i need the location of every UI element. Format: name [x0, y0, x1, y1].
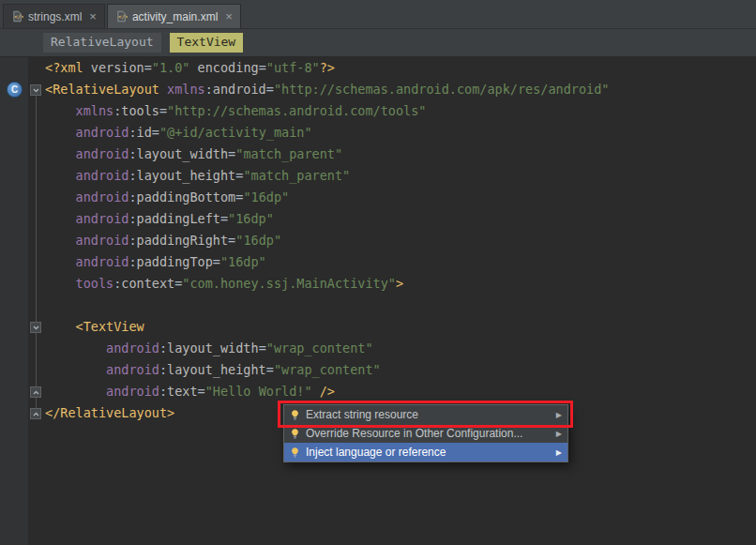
code-token — [45, 384, 106, 399]
code-token: context — [121, 276, 174, 291]
code-token: "16dp" — [220, 254, 266, 269]
tab-label: activity_main.xml — [132, 10, 218, 23]
code-token: </RelativeLayout> — [45, 405, 174, 420]
code-token: <?xml — [45, 60, 91, 75]
code-token: android — [76, 125, 129, 140]
code-token: : — [205, 82, 213, 97]
code-token: "Hello World!" — [205, 384, 312, 399]
fold-end-icon[interactable] — [30, 408, 41, 419]
code-token: encoding — [198, 60, 259, 75]
intention-bulb-icon — [289, 409, 301, 421]
svg-text:</>: </> — [118, 13, 128, 20]
code-token: android — [76, 146, 129, 161]
code-token — [45, 103, 76, 118]
code-token: android — [213, 82, 266, 97]
code-token: = — [220, 211, 228, 226]
code-line-16[interactable]: android:text="Hello World!" /> — [0, 381, 756, 402]
code-line-12[interactable] — [0, 295, 756, 316]
intention-item-override-resource-in-other-configuration[interactable]: Override Resource in Other Configuration… — [284, 424, 567, 443]
breadcrumb-bar: RelativeLayoutTextView — [0, 29, 756, 57]
intention-actions-popup: Extract string resource▶Override Resourc… — [283, 404, 568, 462]
code-token: : — [129, 211, 136, 226]
code-token: : — [129, 125, 136, 140]
code-line-3[interactable]: xmlns:tools="http://schemas.android.com/… — [0, 100, 756, 122]
code-area: <?xml version="1.0" encoding="utf-8"?>C<… — [0, 57, 756, 424]
code-token: "1.0" — [152, 60, 190, 75]
code-line-8[interactable]: android:paddingLeft="16dp" — [0, 208, 756, 230]
class-gutter-icon: C — [7, 82, 23, 98]
code-token: = — [266, 362, 274, 377]
code-token — [45, 233, 76, 248]
code-token: tools — [76, 276, 114, 291]
intention-item-extract-string-resource[interactable]: Extract string resource▶ — [284, 405, 567, 424]
intention-item-inject-language-or-reference[interactable]: Inject language or reference▶ — [284, 443, 567, 462]
code-line-10[interactable]: android:paddingTop="16dp" — [0, 251, 756, 273]
code-line-1[interactable]: <?xml version="1.0" encoding="utf-8"?> — [0, 57, 756, 79]
code-token: "match_parent" — [243, 168, 350, 183]
code-line-7[interactable]: android:paddingBottom="16dp" — [0, 187, 756, 208]
code-token: android — [106, 341, 159, 356]
fold-start-icon[interactable] — [30, 84, 41, 96]
code-token: "wrap_content" — [274, 362, 381, 377]
code-token: "com.honey.ssj.MainActivity" — [182, 276, 396, 291]
code-token: : — [129, 146, 136, 161]
code-token — [45, 189, 76, 204]
code-line-9[interactable]: android:paddingRight="16dp" — [0, 230, 756, 251]
code-token — [45, 362, 106, 377]
submenu-arrow-icon: ▶ — [556, 411, 562, 419]
tab-label: strings.xml — [28, 10, 82, 23]
tab-close-icon[interactable]: × — [225, 10, 233, 23]
code-token: text — [167, 384, 198, 399]
android-studio-editor-window: </>strings.xml×</>activity_main.xml× Rel… — [0, 0, 756, 545]
code-token: xmlns — [76, 103, 114, 118]
code-line-4[interactable]: android:id="@+id/activity_main" — [0, 122, 756, 144]
code-line-5[interactable]: android:layout_width="match_parent" — [0, 144, 756, 165]
code-token: <RelativeLayout — [45, 82, 167, 97]
code-line-6[interactable]: android:layout_height="match_parent" — [0, 165, 756, 187]
code-token: "match_parent" — [235, 146, 342, 161]
code-token: = — [198, 384, 205, 399]
code-token: android — [76, 211, 129, 226]
code-token: = — [259, 341, 266, 356]
code-token: "wrap_content" — [266, 341, 373, 356]
code-token: version — [91, 60, 144, 75]
code-token: > — [396, 276, 403, 291]
breadcrumb-textview[interactable]: TextView — [170, 33, 244, 52]
code-token: "http://schemas.android.com/tools" — [167, 103, 426, 118]
code-line-2[interactable]: C<RelativeLayout xmlns:android="http://s… — [0, 79, 756, 100]
code-token: xmlns — [167, 82, 205, 97]
code-token — [312, 384, 320, 399]
code-token: android — [76, 168, 129, 183]
code-token — [45, 276, 76, 291]
code-token: android — [106, 384, 159, 399]
fold-end-icon[interactable] — [30, 386, 41, 398]
intention-item-label: Inject language or reference — [306, 446, 446, 459]
code-token: "16dp" — [235, 233, 281, 248]
code-token: "16dp" — [228, 211, 274, 226]
code-token: id — [137, 125, 152, 140]
intention-item-label: Extract string resource — [306, 408, 418, 421]
code-line-14[interactable]: android:layout_width="wrap_content" — [0, 338, 756, 359]
code-token — [45, 211, 76, 226]
code-line-13[interactable]: <TextView — [0, 316, 756, 338]
tab-strings-xml[interactable]: </>strings.xml× — [3, 4, 105, 28]
code-token: paddingTop — [137, 254, 213, 269]
code-line-11[interactable]: tools:context="com.honey.ssj.MainActivit… — [0, 273, 756, 295]
code-token: : — [159, 341, 167, 356]
tab-close-icon[interactable]: × — [89, 10, 97, 23]
code-token: tools — [121, 103, 159, 118]
code-token: = — [159, 103, 167, 118]
code-line-15[interactable]: android:layout_height="wrap_content" — [0, 359, 756, 381]
code-token: <TextView — [76, 319, 144, 334]
code-token — [45, 168, 76, 183]
intention-item-label: Override Resource in Other Configuration… — [306, 427, 522, 440]
fold-start-icon[interactable] — [30, 322, 41, 333]
tab-activity-main-xml[interactable]: </>activity_main.xml× — [107, 4, 241, 28]
code-token: "16dp" — [243, 189, 289, 204]
breadcrumb-relativelayout[interactable]: RelativeLayout — [43, 33, 161, 52]
code-token: paddingBottom — [137, 189, 236, 204]
intention-bulb-icon — [289, 428, 301, 440]
code-token: : — [129, 189, 136, 204]
code-token: : — [129, 254, 136, 269]
code-token — [45, 254, 76, 269]
